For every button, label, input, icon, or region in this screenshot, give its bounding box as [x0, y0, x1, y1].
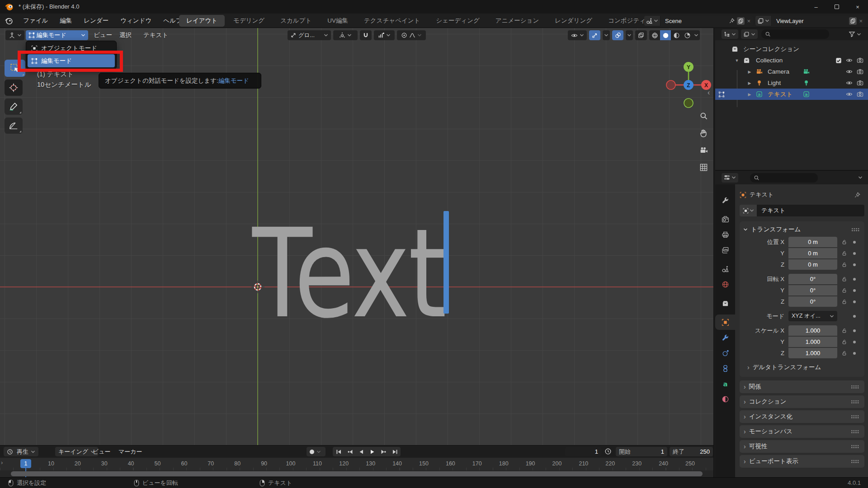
disclosure-arrow[interactable]: ▶	[747, 70, 752, 74]
frame-end-field[interactable]: 終了 250	[670, 447, 713, 456]
lock-icon[interactable]	[841, 239, 847, 245]
panel-インスタンス化[interactable]: ›インスタンス化	[740, 410, 864, 423]
current-frame-indicator[interactable]: 1	[20, 459, 31, 468]
disclosure-arrow[interactable]: ▶	[747, 81, 752, 85]
workspace-tab[interactable]: レンダリング	[547, 15, 599, 27]
proportional-edit-controls[interactable]	[397, 30, 426, 40]
shading-material-button[interactable]	[671, 30, 682, 40]
animate-dot[interactable]	[853, 352, 856, 355]
properties-tab-viewlayer[interactable]	[715, 242, 735, 258]
play-button[interactable]	[367, 447, 378, 456]
disable-render-toggle[interactable]	[857, 68, 863, 75]
xray-toggle[interactable]	[635, 30, 647, 40]
number-field[interactable]: 1.000	[788, 348, 837, 358]
outliner-filter-button[interactable]	[846, 29, 863, 39]
lock-icon[interactable]	[841, 299, 847, 305]
animate-dot[interactable]	[853, 241, 856, 244]
properties-tab-data[interactable]: a	[715, 376, 735, 391]
disable-render-toggle[interactable]	[857, 91, 863, 98]
timeline-menu-キーイング[interactable]: キーイング	[55, 447, 98, 456]
disable-render-toggle[interactable]	[857, 57, 863, 64]
outliner-row-シーンコレクション[interactable]: シーンコレクション	[715, 43, 868, 55]
transform-panel-header[interactable]: トランスフォーム	[743, 223, 861, 236]
menu-view[interactable]: ビュー	[94, 30, 112, 40]
properties-tab-output[interactable]	[715, 227, 735, 242]
panel-関係[interactable]: ›関係	[740, 380, 864, 393]
show-overlays-toggle[interactable]	[612, 30, 623, 40]
timeline-menu-再生[interactable]: 再生	[14, 447, 38, 456]
number-field[interactable]: 0°	[788, 274, 837, 284]
animate-dot[interactable]	[853, 300, 856, 303]
menu-レンダー[interactable]: レンダー	[78, 14, 114, 28]
lock-icon[interactable]	[841, 250, 847, 256]
properties-tab-material[interactable]	[715, 391, 735, 407]
menu-編集[interactable]: 編集	[54, 14, 78, 28]
viewlayer-type-button[interactable]	[755, 16, 772, 26]
hide-eye-toggle[interactable]	[846, 57, 853, 64]
gizmo-dropdown-chevron[interactable]	[603, 30, 610, 40]
menu-ファイル[interactable]: ファイル	[17, 14, 54, 28]
lock-icon[interactable]	[841, 350, 847, 356]
properties-editor-type-button[interactable]	[722, 173, 738, 183]
scene-type-button[interactable]	[644, 16, 660, 26]
outliner-row-Collection[interactable]: ▼Collection	[715, 55, 868, 66]
shading-wireframe-button[interactable]	[649, 30, 660, 40]
rotation-mode-dropdown[interactable]: XYZ オイ...	[788, 311, 837, 321]
outliner-display-mode-button[interactable]	[741, 29, 758, 39]
animate-dot[interactable]	[853, 341, 856, 343]
mode-dropdown-button[interactable]: 編集モード	[26, 30, 88, 40]
shading-rendered-button[interactable]	[682, 30, 693, 40]
menu-text[interactable]: テキスト	[143, 30, 168, 40]
panel-可視性[interactable]: ›可視性	[740, 440, 864, 453]
pivot-point-dropdown[interactable]	[333, 30, 358, 40]
maximize-button[interactable]	[826, 0, 847, 14]
show-gizmo-toggle[interactable]	[589, 30, 600, 40]
animate-dot[interactable]	[853, 289, 856, 292]
use-preview-range-icon[interactable]	[604, 448, 612, 455]
current-frame-field[interactable]: 1	[565, 447, 601, 456]
number-field[interactable]: 0 m	[788, 248, 837, 258]
workspace-tab[interactable]: スカルプト	[273, 15, 319, 27]
zoom-icon[interactable]	[697, 109, 710, 122]
measure-tool[interactable]	[5, 117, 23, 134]
number-field[interactable]: 0 m	[788, 259, 837, 270]
overlays-dropdown-chevron[interactable]	[626, 30, 633, 40]
number-field[interactable]: 0°	[788, 296, 837, 307]
cursor-tool[interactable]	[5, 80, 23, 96]
workspace-tab[interactable]: UV編集	[320, 15, 355, 27]
number-field[interactable]: 0°	[788, 285, 837, 296]
pin-icon[interactable]	[854, 192, 861, 198]
lock-icon[interactable]	[841, 262, 847, 267]
workspace-tab[interactable]: アニメーション	[488, 15, 546, 27]
workspace-tab[interactable]: レイアウト	[179, 15, 225, 27]
animate-dot[interactable]	[853, 278, 856, 281]
properties-tab-modifier[interactable]	[715, 330, 735, 345]
panel-grip[interactable]	[851, 385, 859, 389]
workspace-tab[interactable]: モデリング	[226, 15, 272, 27]
properties-tab-object[interactable]	[715, 314, 735, 330]
properties-search-input[interactable]	[750, 173, 818, 183]
properties-tab-collection[interactable]	[715, 296, 735, 311]
panel-grip[interactable]	[851, 460, 859, 463]
navigation-gizmo[interactable]: Y Z X	[661, 57, 714, 112]
editor-type-button[interactable]	[5, 30, 24, 40]
new-viewlayer-button[interactable]	[849, 17, 857, 25]
pan-hand-icon[interactable]	[697, 127, 710, 139]
unlink-scene-button[interactable]: ×	[747, 18, 750, 24]
properties-tab-tool[interactable]	[715, 192, 735, 208]
outliner-row-テキスト[interactable]: ▶aテキストa	[715, 89, 868, 100]
object-name-field[interactable]: テキスト	[757, 205, 864, 216]
properties-tab-constraint[interactable]	[715, 361, 735, 376]
disable-render-toggle[interactable]	[857, 80, 863, 86]
animate-dot[interactable]	[853, 252, 856, 255]
number-field[interactable]: 0 m	[788, 237, 837, 247]
properties-tab-physics[interactable]	[715, 345, 735, 361]
pin-icon[interactable]	[729, 18, 735, 24]
snap-toggle[interactable]	[360, 30, 372, 40]
id-type-button[interactable]	[740, 205, 757, 216]
shading-dropdown-chevron[interactable]	[693, 30, 700, 40]
panel-grip[interactable]	[851, 445, 859, 448]
timeline-region-toggle[interactable]: ›	[1, 459, 3, 466]
outliner-row-Camera[interactable]: ▶Camera	[715, 66, 868, 77]
new-scene-button[interactable]	[737, 17, 745, 25]
